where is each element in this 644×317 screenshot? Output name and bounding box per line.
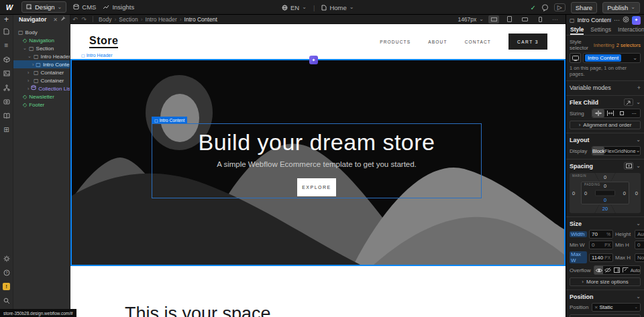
apps-icon[interactable]: ⊞ [0, 123, 13, 137]
chevron-down-icon[interactable]: ⌄ [636, 164, 641, 169]
min-width-input[interactable]: 0 PX [589, 241, 613, 249]
max-height-input[interactable]: None ⌄ [635, 253, 644, 262]
more-size-options-button[interactable]: › More size options [570, 277, 641, 286]
sizing-none-option[interactable] [616, 109, 629, 117]
class-selector-input[interactable]: Intro Content ⌄ [583, 53, 641, 63]
breakpoint-tablet-icon[interactable] [504, 15, 515, 23]
tree-item-navigation[interactable]: ◇ Navigation [13, 36, 70, 44]
add-elements-button[interactable]: + [0, 15, 13, 24]
redo-icon[interactable]: ↷ [80, 16, 89, 23]
tree-item-newsletter[interactable]: ◇ Newsletter [13, 92, 70, 101]
ai-assistant-button[interactable]: ✦ [632, 16, 641, 25]
selection-badge-intro-content[interactable]: ▢ Intro Content [152, 117, 187, 123]
breadcrumb-intro-header[interactable]: Intro Header [144, 16, 178, 23]
site-header[interactable]: Store PRODUCTS ABOUT CONTACT CART 3 [70, 24, 566, 59]
hero-title[interactable]: Build your dream store [152, 129, 481, 155]
media-icon[interactable] [0, 94, 13, 109]
padding-left-value[interactable]: 0 [584, 190, 587, 196]
chevron-right-icon[interactable]: › [28, 78, 32, 83]
comments-icon[interactable] [541, 4, 549, 11]
sizing-more-option[interactable]: ⋯ [628, 109, 640, 117]
overflow-scroll-icon[interactable] [612, 266, 621, 274]
undo-icon[interactable]: ↶ [70, 16, 80, 23]
tab-interactions[interactable]: Interactions [618, 25, 644, 35]
insights-button[interactable]: Insights [103, 3, 134, 11]
class-pill[interactable]: Intro Content [585, 54, 621, 62]
breadcrumb-intro-content[interactable]: Intro Content [183, 16, 219, 23]
publish-button[interactable]: Publish ⌄ [602, 2, 640, 13]
overflow-visible-icon[interactable] [594, 266, 603, 274]
help-icon[interactable]: ? [0, 265, 13, 279]
site-brand[interactable]: Store [89, 35, 118, 48]
share-button[interactable]: Share [571, 2, 597, 13]
chevron-down-icon[interactable]: ⌄ [636, 100, 641, 105]
pages-icon[interactable] [0, 24, 13, 38]
locale-switcher[interactable]: EN ⌄ [282, 4, 307, 11]
create-component-icon[interactable] [623, 16, 629, 24]
chevron-down-icon[interactable]: ⌄ [28, 54, 32, 59]
tree-item-container[interactable]: › ▢ Container [13, 68, 70, 76]
canvas-width-dropdown[interactable]: 1467px ⌄ [458, 16, 484, 23]
tree-item-section[interactable]: ⌄ ▢ Section [13, 44, 70, 52]
chevron-right-icon[interactable]: › [28, 70, 32, 75]
sizing-grow-option[interactable] [604, 109, 616, 117]
sizing-shrink-option[interactable] [592, 109, 604, 117]
design-canvas[interactable]: Store PRODUCTS ABOUT CONTACT CART 3 ▢ In… [70, 24, 566, 317]
hero-section[interactable]: ✦ ▢ Intro Content Build your dream store… [70, 59, 566, 266]
breakpoint-indicator-icon[interactable] [570, 53, 581, 63]
tree-item-footer[interactable]: ◇ Footer [13, 101, 70, 109]
display-none-option[interactable]: None ⌄ [624, 147, 641, 155]
alignment-and-order-button[interactable]: › Alignment and order [570, 121, 641, 129]
breadcrumb-body[interactable]: Body [97, 16, 113, 23]
navigator-icon[interactable]: ≡ [0, 38, 13, 52]
collapse-panel-icon[interactable]: ✕ [52, 17, 59, 23]
overflow-hidden-icon[interactable] [603, 266, 612, 274]
margin-left-value[interactable]: 0 [572, 190, 575, 196]
warning-icon[interactable]: ! [0, 279, 13, 294]
more-breakpoints-icon[interactable]: ⋯ [550, 16, 560, 23]
max-width-input[interactable]: 1140 PX [589, 253, 613, 262]
hero-subtitle[interactable]: A simple Webflow Ecommerce template to g… [152, 160, 481, 168]
overflow-auto-option[interactable]: Auto [631, 266, 640, 274]
explore-button[interactable]: EXPLORE [297, 178, 336, 196]
display-grid-option[interactable]: Grid [614, 147, 624, 155]
chevron-right-icon[interactable]: › [28, 86, 29, 91]
tree-item-intro-header[interactable]: ⌄ ▢ Intro Header [13, 52, 70, 60]
flex-child-preset-icon[interactable] [624, 99, 633, 106]
nav-link-products[interactable]: PRODUCTS [380, 40, 411, 44]
padding-bottom-value[interactable]: 0 [582, 197, 629, 203]
inherited-selectors-link[interactable]: 2 selectors [616, 42, 641, 48]
page-switcher[interactable]: Home ⌄ [321, 4, 354, 11]
cms-button[interactable]: CMS [73, 3, 96, 11]
padding-right-value[interactable]: 0 [623, 190, 626, 196]
breakpoint-desktop-icon[interactable] [488, 15, 499, 23]
cart-button[interactable]: CART 3 [508, 34, 547, 50]
section-drag-handle[interactable]: ✦ [309, 56, 318, 64]
overflow-clip-icon[interactable] [621, 266, 630, 274]
chevron-right-icon[interactable]: › [32, 62, 34, 67]
tab-style[interactable]: Style [570, 25, 584, 35]
add-variable-mode-icon[interactable]: + [637, 84, 641, 91]
nav-link-contact[interactable]: CONTACT [465, 40, 491, 44]
height-input[interactable]: Auto ⌄ [635, 230, 644, 239]
next-section-heading[interactable]: This is your space [125, 304, 271, 317]
assets-icon[interactable] [0, 66, 13, 80]
selection-tag-intro-header[interactable]: ▢ Intro Header [81, 53, 113, 58]
breakpoint-portrait-icon[interactable] [535, 15, 545, 23]
padding-top-value[interactable]: 0 [582, 183, 629, 189]
chevron-down-icon[interactable]: ⌄ [23, 46, 27, 51]
search-icon[interactable] [0, 294, 13, 308]
width-unit[interactable]: % [606, 232, 610, 237]
spacing-preset-icon[interactable] [624, 162, 633, 170]
intro-content-selection-box[interactable]: Build your dream store A simple Webflow … [152, 123, 482, 198]
symbols-icon[interactable] [0, 80, 13, 94]
chevron-down-icon[interactable]: ⌄ [636, 137, 641, 143]
position-select[interactable]: ✕ Static ⌄ [592, 303, 641, 312]
libraries-icon[interactable] [0, 109, 13, 123]
width-input[interactable]: 70 % [589, 230, 613, 239]
breadcrumb-section[interactable]: Section [117, 16, 139, 23]
tree-item-body[interactable]: ▢ Body [13, 28, 70, 36]
float-and-clear-button[interactable]: › Float and clear [570, 314, 641, 317]
design-mode-button[interactable]: Design ⌄ [21, 1, 66, 13]
chevron-down-icon[interactable]: ⌄ [636, 294, 641, 300]
